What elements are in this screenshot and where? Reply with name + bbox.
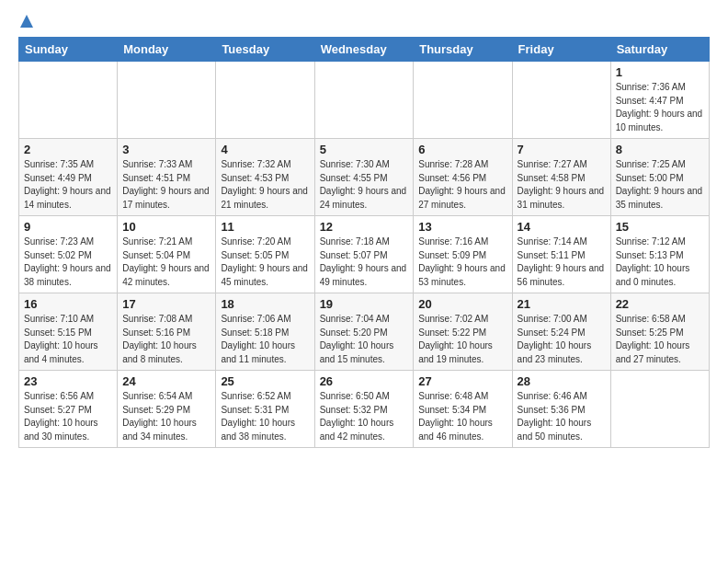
day-info: Sunrise: 7:32 AMSunset: 4:53 PMDaylight:…: [221, 158, 309, 212]
day-info: Sunrise: 7:33 AMSunset: 4:51 PMDaylight:…: [122, 158, 210, 212]
day-cell: 12Sunrise: 7:18 AMSunset: 5:07 PMDayligh…: [314, 216, 414, 293]
day-cell: [314, 62, 414, 139]
day-info: Sunrise: 7:10 AMSunset: 5:15 PMDaylight:…: [24, 313, 112, 366]
week-row-2: 2Sunrise: 7:35 AMSunset: 4:49 PMDaylight…: [19, 139, 710, 216]
day-info: Sunrise: 7:00 AMSunset: 5:24 PMDaylight:…: [518, 313, 606, 366]
day-info: Sunrise: 6:52 AMSunset: 5:31 PMDaylight:…: [221, 390, 309, 443]
day-info: Sunrise: 6:48 AMSunset: 5:34 PMDaylight:…: [418, 390, 506, 443]
day-number: 26: [320, 374, 409, 388]
svg-marker-0: [20, 15, 33, 28]
day-info: Sunrise: 6:56 AMSunset: 5:27 PMDaylight:…: [24, 390, 112, 443]
day-cell: [414, 62, 512, 139]
day-cell: 8Sunrise: 7:25 AMSunset: 5:00 PMDaylight…: [610, 139, 709, 216]
day-info: Sunrise: 7:02 AMSunset: 5:22 PMDaylight:…: [418, 313, 506, 366]
day-cell: [216, 62, 314, 139]
weekday-tuesday: Tuesday: [216, 38, 314, 62]
day-number: 3: [122, 143, 210, 156]
weekday-wednesday: Wednesday: [314, 38, 414, 62]
day-number: 7: [518, 143, 606, 156]
day-info: Sunrise: 7:08 AMSunset: 5:16 PMDaylight:…: [122, 313, 210, 366]
day-cell: 28Sunrise: 6:46 AMSunset: 5:36 PMDayligh…: [512, 371, 610, 448]
day-number: 21: [518, 297, 606, 311]
day-number: 16: [24, 297, 112, 311]
week-row-5: 23Sunrise: 6:56 AMSunset: 5:27 PMDayligh…: [19, 371, 710, 448]
weekday-header-row: SundayMondayTuesdayWednesdayThursdayFrid…: [19, 38, 710, 62]
day-info: Sunrise: 7:30 AMSunset: 4:55 PMDaylight:…: [320, 158, 409, 212]
header: [18, 15, 710, 29]
day-info: Sunrise: 7:27 AMSunset: 4:58 PMDaylight:…: [518, 158, 606, 212]
day-cell: [512, 62, 610, 139]
day-cell: 16Sunrise: 7:10 AMSunset: 5:15 PMDayligh…: [19, 293, 118, 371]
day-number: 2: [24, 143, 112, 156]
day-number: 24: [122, 374, 210, 388]
day-cell: 18Sunrise: 7:06 AMSunset: 5:18 PMDayligh…: [216, 293, 314, 371]
day-cell: 19Sunrise: 7:04 AMSunset: 5:20 PMDayligh…: [314, 293, 414, 371]
day-cell: 22Sunrise: 6:58 AMSunset: 5:25 PMDayligh…: [610, 293, 709, 371]
day-cell: 1Sunrise: 7:36 AMSunset: 4:47 PMDaylight…: [610, 62, 709, 139]
day-cell: 9Sunrise: 7:23 AMSunset: 5:02 PMDaylight…: [19, 216, 118, 293]
day-cell: 15Sunrise: 7:12 AMSunset: 5:13 PMDayligh…: [610, 216, 709, 293]
weekday-monday: Monday: [118, 38, 216, 62]
day-info: Sunrise: 7:06 AMSunset: 5:18 PMDaylight:…: [221, 313, 309, 366]
day-number: 5: [320, 143, 409, 156]
day-info: Sunrise: 7:28 AMSunset: 4:56 PMDaylight:…: [418, 158, 506, 212]
page: SundayMondayTuesdayWednesdayThursdayFrid…: [0, 0, 728, 463]
logo: [18, 15, 33, 29]
day-info: Sunrise: 7:21 AMSunset: 5:04 PMDaylight:…: [122, 236, 210, 289]
day-cell: 17Sunrise: 7:08 AMSunset: 5:16 PMDayligh…: [118, 293, 216, 371]
day-cell: 23Sunrise: 6:56 AMSunset: 5:27 PMDayligh…: [19, 371, 118, 448]
day-cell: 21Sunrise: 7:00 AMSunset: 5:24 PMDayligh…: [512, 293, 610, 371]
day-cell: 25Sunrise: 6:52 AMSunset: 5:31 PMDayligh…: [216, 371, 314, 448]
day-info: Sunrise: 7:14 AMSunset: 5:11 PMDaylight:…: [518, 236, 606, 289]
week-row-3: 9Sunrise: 7:23 AMSunset: 5:02 PMDaylight…: [19, 216, 710, 293]
day-number: 13: [418, 220, 506, 234]
day-cell: 4Sunrise: 7:32 AMSunset: 4:53 PMDaylight…: [216, 139, 314, 216]
week-row-1: 1Sunrise: 7:36 AMSunset: 4:47 PMDaylight…: [19, 62, 710, 139]
day-number: 23: [24, 374, 112, 388]
calendar-table: SundayMondayTuesdayWednesdayThursdayFrid…: [18, 37, 710, 448]
day-info: Sunrise: 7:35 AMSunset: 4:49 PMDaylight:…: [24, 158, 112, 212]
day-info: Sunrise: 7:18 AMSunset: 5:07 PMDaylight:…: [320, 236, 409, 289]
day-number: 20: [418, 297, 506, 311]
day-number: 12: [320, 220, 409, 234]
day-cell: 14Sunrise: 7:14 AMSunset: 5:11 PMDayligh…: [512, 216, 610, 293]
day-cell: [118, 62, 216, 139]
day-cell: 7Sunrise: 7:27 AMSunset: 4:58 PMDaylight…: [512, 139, 610, 216]
day-cell: 27Sunrise: 6:48 AMSunset: 5:34 PMDayligh…: [414, 371, 512, 448]
day-number: 8: [616, 143, 704, 156]
day-number: 18: [221, 297, 309, 311]
day-info: Sunrise: 7:25 AMSunset: 5:00 PMDaylight:…: [616, 158, 704, 212]
day-info: Sunrise: 7:20 AMSunset: 5:05 PMDaylight:…: [221, 236, 309, 289]
logo-arrow-icon: [20, 15, 33, 28]
day-info: Sunrise: 6:58 AMSunset: 5:25 PMDaylight:…: [616, 313, 704, 366]
day-cell: [610, 371, 709, 448]
day-number: 4: [221, 143, 309, 156]
weekday-thursday: Thursday: [414, 38, 512, 62]
day-cell: 10Sunrise: 7:21 AMSunset: 5:04 PMDayligh…: [118, 216, 216, 293]
day-info: Sunrise: 7:12 AMSunset: 5:13 PMDaylight:…: [616, 236, 704, 289]
day-cell: [19, 62, 118, 139]
day-cell: 24Sunrise: 6:54 AMSunset: 5:29 PMDayligh…: [118, 371, 216, 448]
day-number: 9: [24, 220, 112, 234]
day-number: 17: [122, 297, 210, 311]
day-number: 25: [221, 374, 309, 388]
day-info: Sunrise: 6:54 AMSunset: 5:29 PMDaylight:…: [122, 390, 210, 443]
day-cell: 3Sunrise: 7:33 AMSunset: 4:51 PMDaylight…: [118, 139, 216, 216]
day-cell: 6Sunrise: 7:28 AMSunset: 4:56 PMDaylight…: [414, 139, 512, 216]
day-cell: 26Sunrise: 6:50 AMSunset: 5:32 PMDayligh…: [314, 371, 414, 448]
day-number: 19: [320, 297, 409, 311]
day-cell: 11Sunrise: 7:20 AMSunset: 5:05 PMDayligh…: [216, 216, 314, 293]
weekday-sunday: Sunday: [19, 38, 118, 62]
day-cell: 2Sunrise: 7:35 AMSunset: 4:49 PMDaylight…: [19, 139, 118, 216]
day-number: 11: [221, 220, 309, 234]
day-number: 14: [518, 220, 606, 234]
day-info: Sunrise: 7:04 AMSunset: 5:20 PMDaylight:…: [320, 313, 409, 366]
day-info: Sunrise: 6:46 AMSunset: 5:36 PMDaylight:…: [518, 390, 606, 443]
day-number: 22: [616, 297, 704, 311]
day-number: 28: [518, 374, 606, 388]
day-info: Sunrise: 6:50 AMSunset: 5:32 PMDaylight:…: [320, 390, 409, 443]
weekday-saturday: Saturday: [610, 38, 709, 62]
day-number: 27: [418, 374, 506, 388]
day-number: 6: [418, 143, 506, 156]
week-row-4: 16Sunrise: 7:10 AMSunset: 5:15 PMDayligh…: [19, 293, 710, 371]
